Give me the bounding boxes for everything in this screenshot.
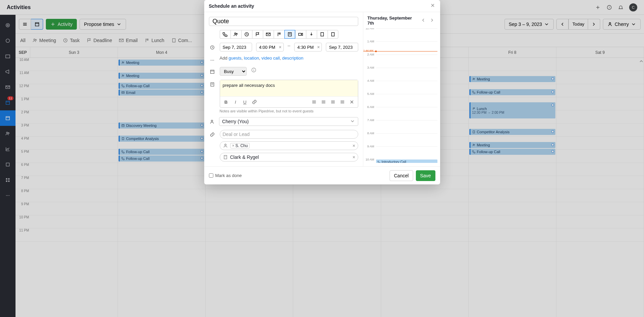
close-icon[interactable] [430,3,435,9]
schedule-activity-modal: Schedule an activity [204,0,440,15]
modal-title: Schedule an activity [209,3,254,9]
mini-calendar: Thursday, September 7th 12 AM1 AM2 AM3 A… [363,12,440,15]
